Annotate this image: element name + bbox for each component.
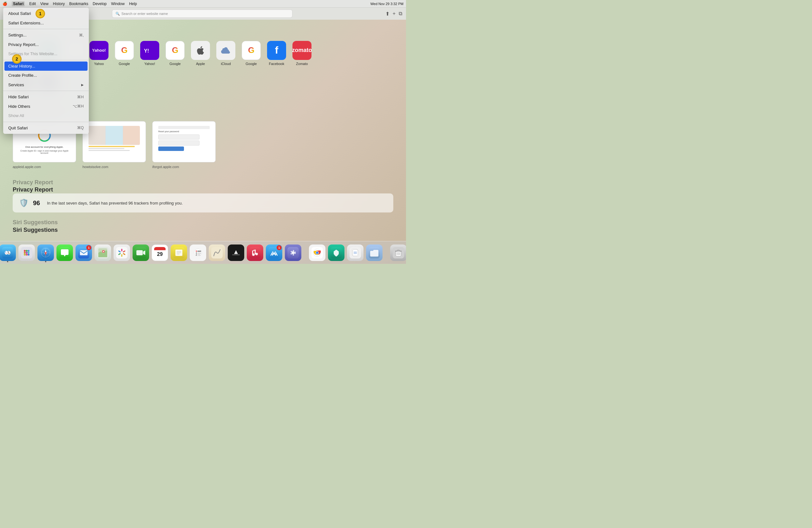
menu-item-settings[interactable]: Settings... ⌘, — [3, 30, 89, 40]
menu-label-hide-others: Hide Others — [8, 103, 30, 110]
menu-sep-1 — [3, 29, 89, 29]
menu-label-create-profile: Create Profile... — [8, 72, 37, 79]
menu-label-about-safari: About Safari — [8, 11, 31, 17]
apple-menu[interactable]: 🍎 — [2, 2, 7, 6]
menu-label-services: Services — [8, 82, 24, 88]
menu-item-create-profile[interactable]: Create Profile... — [3, 71, 89, 80]
menu-label-hide-safari: Hide Safari — [8, 94, 29, 100]
menu-item-extensions[interactable]: Safari Extensions... — [3, 18, 89, 28]
annotation-2-number: 2 — [16, 56, 18, 61]
datetime-display: Wed Nov 29 3:32 PM — [371, 2, 404, 6]
annotation-2: 2 — [12, 54, 21, 64]
menu-item-hide-safari[interactable]: Hide Safari ⌘H — [3, 92, 89, 102]
help-menu[interactable]: Help — [129, 2, 137, 6]
menu-label-quit-safari: Quit Safari — [8, 125, 28, 131]
edit-menu[interactable]: Edit — [29, 2, 36, 6]
menu-label-privacy-report: Privacy Report... — [8, 42, 39, 48]
submenu-chevron-icon: ▶ — [81, 83, 84, 87]
menu-shortcut-settings: ⌘, — [79, 32, 84, 38]
menubar-right: Wed Nov 29 3:32 PM — [371, 2, 404, 6]
menu-item-services[interactable]: Services ▶ — [3, 80, 89, 90]
develop-menu[interactable]: Develop — [92, 2, 106, 6]
menubar-left: 🍎 Safari Edit View History Bookmarks Dev… — [2, 1, 137, 6]
window-menu[interactable]: Window — [111, 2, 125, 6]
history-menu[interactable]: History — [53, 2, 65, 6]
menu-shortcut-quit: ⌘Q — [77, 125, 84, 131]
menu-label-extensions: Safari Extensions... — [8, 20, 44, 26]
menu-label-show-all: Show All — [8, 113, 24, 119]
menubar: 🍎 Safari Edit View History Bookmarks Dev… — [0, 0, 406, 8]
safari-dropdown-menu: About Safari Safari Extensions... Settin… — [3, 8, 89, 134]
menu-shortcut-hide-safari: ⌘H — [77, 94, 84, 100]
menu-label-clear-history: Clear History... — [8, 63, 35, 70]
menu-item-privacy-report[interactable]: Privacy Report... — [3, 40, 89, 49]
menu-item-hide-others[interactable]: Hide Others ⌥⌘H — [3, 102, 89, 111]
menu-sep-4 — [3, 122, 89, 122]
menu-item-quit-safari[interactable]: Quit Safari ⌘Q — [3, 123, 89, 133]
annotation-1: 1 — [35, 9, 45, 18]
safari-menu[interactable]: Safari — [12, 1, 25, 6]
annotation-1-number: 1 — [39, 11, 42, 16]
view-menu[interactable]: View — [40, 2, 48, 6]
dropdown-overlay: About Safari Safari Extensions... Settin… — [0, 8, 406, 264]
menu-item-show-all: Show All — [3, 111, 89, 120]
menu-shortcut-hide-others: ⌥⌘H — [73, 103, 84, 109]
menu-sep-3 — [3, 91, 89, 91]
menu-label-settings: Settings... — [8, 32, 27, 38]
bookmarks-menu[interactable]: Bookmarks — [69, 2, 88, 6]
menu-item-about-safari[interactable]: About Safari — [3, 9, 89, 18]
